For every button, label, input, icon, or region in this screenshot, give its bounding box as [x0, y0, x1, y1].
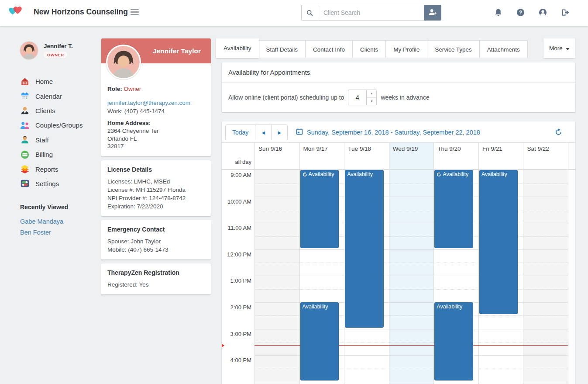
time-label: 12:00 PM: [227, 251, 251, 258]
profile-card: Jennifer Taylor Role: Owner jennifer.tay…: [101, 38, 211, 156]
home-address-line: Orlando FL: [107, 135, 205, 143]
availability-event[interactable]: Availability: [434, 302, 473, 381]
recent-link-ben-foster[interactable]: Ben Foster: [20, 229, 101, 236]
more-button-label: More: [549, 45, 563, 52]
hamburger-menu-icon[interactable]: [131, 9, 139, 16]
sidebar-item-home[interactable]: Home: [20, 74, 101, 89]
all-day-cell-wed-9-19[interactable]: [389, 156, 434, 169]
recent-link-gabe-mandaya[interactable]: Gabe Mandaya: [20, 218, 101, 225]
more-button[interactable]: More: [543, 38, 575, 58]
tab-my-profile[interactable]: My Profile: [385, 40, 427, 58]
availability-event[interactable]: Availability: [345, 170, 384, 328]
sidebar-item-label: Home: [35, 78, 53, 85]
tab-staff-details[interactable]: Staff Details: [258, 40, 306, 58]
sidebar-item-billing[interactable]: Billing: [20, 147, 101, 162]
svg-text:?: ?: [519, 10, 522, 16]
event-label: Availability: [443, 171, 468, 177]
day-column-tue-9-18[interactable]: Availability: [344, 170, 389, 384]
half-hour-line: [254, 263, 568, 263]
emergency-contact-line: Spouse: John Taylor: [107, 237, 205, 246]
sidebar-item-reports[interactable]: Reports: [20, 162, 101, 176]
calendar-card: Today ◀ ▶ Sunday, September 16, 2018 - S…: [222, 121, 575, 384]
weeks-stepper-up[interactable]: ▲: [367, 90, 376, 98]
time-axis: 9:00 AM10:00 AM11:00 AM12:00 PM1:00 PM2:…: [222, 170, 254, 384]
help-icon[interactable]: ?: [516, 8, 525, 17]
tab-availability[interactable]: Availability: [216, 38, 259, 58]
tab-service-types[interactable]: Service Types: [427, 40, 480, 58]
sidebar-item-label: Clients: [35, 107, 55, 114]
day-column-fri-9-21[interactable]: Availability: [478, 170, 523, 384]
next-week-button[interactable]: ▶: [271, 125, 287, 140]
registration-title: TherapyZen Registration: [107, 269, 205, 276]
bell-icon[interactable]: [494, 8, 502, 17]
recently-viewed-title: Recently Viewed: [20, 204, 101, 211]
time-label: 9:00 AM: [230, 172, 251, 178]
sidebar-item-staff[interactable]: Staff: [20, 133, 101, 147]
home-address-label: Home Address:: [107, 119, 205, 127]
top-header: New Horizons Counseling ?: [0, 0, 588, 26]
clients-icon: [20, 106, 30, 115]
availability-event[interactable]: Availability: [300, 170, 339, 248]
client-search-input[interactable]: [318, 5, 424, 21]
day-header-sun-9-16: Sun 9/16: [254, 143, 299, 156]
tab-clients[interactable]: Clients: [352, 40, 386, 58]
refresh-icon[interactable]: [555, 128, 562, 136]
day-column-thu-9-20[interactable]: AvailabilityAvailability: [433, 170, 478, 384]
search-icon: [301, 5, 318, 21]
profile-name: Jennifer Taylor: [143, 38, 211, 63]
sidebar-user[interactable]: Jennifer T. OWNER: [20, 42, 101, 59]
time-label: 4:00 PM: [230, 357, 251, 363]
all-day-cell-tue-9-18[interactable]: [344, 156, 389, 169]
day-header-fri-9-21: Fri 9/21: [478, 143, 523, 156]
profile-photo: [106, 45, 141, 80]
day-column-wed-9-19[interactable]: [389, 170, 434, 384]
day-column-sun-9-16[interactable]: [254, 170, 299, 384]
day-column-mon-9-17[interactable]: AvailabilityAvailability: [299, 170, 344, 384]
sidebar-item-label: Staff: [35, 136, 49, 144]
tab-bar: AvailabilityStaff DetailsContact InfoCli…: [216, 38, 575, 60]
sidebar-item-couples-groups[interactable]: Couples/Groups: [20, 118, 101, 132]
time-grid: 9:00 AM10:00 AM11:00 AM12:00 PM1:00 PM2:…: [222, 170, 575, 384]
sign-out-icon[interactable]: [561, 8, 569, 17]
day-column-sat-9-22[interactable]: [523, 170, 568, 384]
availability-panel-title: Availability for Appointments: [222, 62, 575, 83]
day-header-mon-9-17: Mon 9/17: [299, 143, 344, 156]
sidebar-item-label: Couples/Groups: [35, 121, 83, 129]
availability-event[interactable]: Availability: [479, 170, 518, 314]
calendar-icon: [296, 128, 303, 136]
all-day-cell-mon-9-17[interactable]: [299, 156, 344, 169]
weeks-input[interactable]: [348, 90, 367, 105]
user-icon[interactable]: [539, 8, 547, 17]
sidebar-item-settings[interactable]: Settings: [20, 176, 101, 191]
sidebar-item-clients[interactable]: Clients: [20, 104, 101, 118]
tab-attachments[interactable]: Attachments: [479, 40, 528, 58]
prev-week-button[interactable]: ◀: [255, 125, 271, 140]
all-day-cell-fri-9-21[interactable]: [478, 156, 523, 169]
scheduling-text-before: Allow online (client portal) scheduling …: [228, 94, 344, 101]
hour-line: [254, 276, 568, 276]
all-day-cell-sun-9-16[interactable]: [254, 156, 299, 169]
all-day-cell-thu-9-20[interactable]: [433, 156, 478, 169]
sidebar-item-label: Reports: [35, 166, 58, 173]
half-hour-line: [254, 289, 568, 290]
person-add-icon: [428, 8, 437, 17]
sidebar-item-label: Calendar: [35, 93, 62, 100]
emergency-contact-title: Emergency Contact: [107, 226, 205, 233]
emergency-contact-lines: Spouse: John TaylorMobile: (407) 665-147…: [107, 237, 205, 254]
event-label: Availability: [481, 171, 507, 177]
time-label: 2:00 PM: [230, 304, 251, 311]
day-header-tue-9-18: Tue 9/18: [344, 143, 389, 156]
app-logo-heart-icon: [8, 6, 23, 19]
sidebar-item-calendar[interactable]: Calendar: [20, 89, 101, 103]
settings-icon: [20, 179, 30, 188]
add-client-button[interactable]: [424, 5, 441, 21]
today-button[interactable]: Today: [226, 125, 255, 140]
tab-contact-info[interactable]: Contact Info: [305, 40, 353, 58]
weeks-stepper-down[interactable]: ▼: [367, 98, 376, 105]
availability-event[interactable]: Availability: [300, 302, 339, 381]
all-day-cell-sat-9-22[interactable]: [523, 156, 568, 169]
weeks-in-advance-control: ▲ ▼: [348, 90, 377, 105]
sidebar-item-label: Billing: [35, 151, 53, 158]
availability-event[interactable]: Availability: [434, 170, 473, 248]
profile-email-link[interactable]: jennifer.taylor@therapyzen.com: [107, 99, 205, 107]
